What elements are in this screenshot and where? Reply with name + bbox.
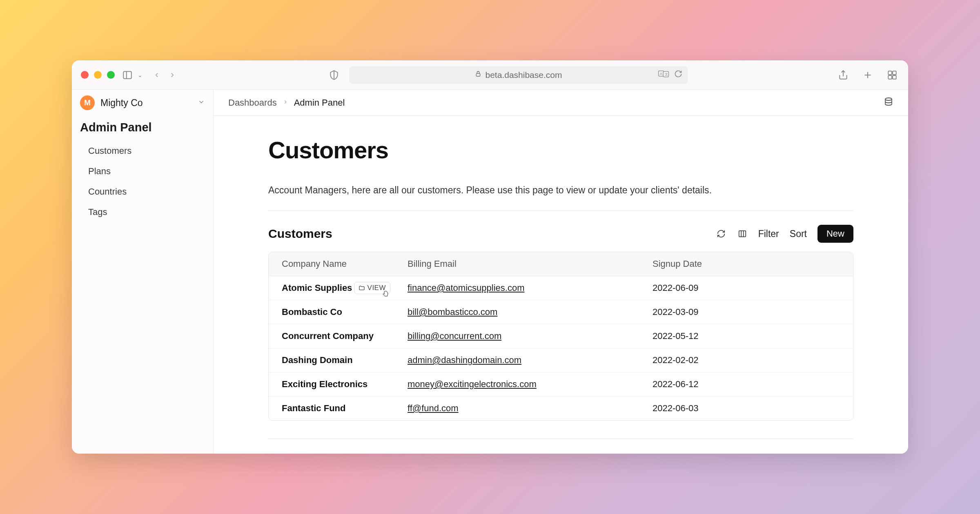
nav-list: Customers Plans Countries Tags — [72, 138, 213, 225]
cell-email: finance@atomicsupplies.com — [394, 276, 639, 300]
sidebar: M Mighty Co Admin Panel Customers Plans … — [72, 90, 214, 454]
topbar: Dashboards Admin Panel — [214, 90, 908, 116]
svg-rect-13 — [888, 75, 892, 79]
company-name: Bombastic Co — [282, 307, 342, 317]
page-note: Note: If you need their billing informat… — [268, 453, 853, 454]
table-row[interactable]: Exciting Electronicsmoney@excitingelectr… — [269, 372, 853, 397]
column-company[interactable]: Company Name — [269, 252, 394, 276]
divider — [268, 439, 853, 439]
column-signup[interactable]: Signup Date — [639, 252, 853, 276]
back-button[interactable] — [151, 69, 163, 81]
view-button[interactable]: VIEW — [354, 282, 390, 294]
svg-rect-12 — [893, 71, 896, 75]
svg-rect-14 — [893, 75, 896, 79]
translate-icon[interactable]: A文 — [658, 70, 669, 80]
lock-icon — [475, 71, 481, 79]
workspace-name: Mighty Co — [100, 97, 192, 109]
cell-signup: 2022-06-03 — [639, 397, 853, 420]
table-row[interactable]: Dashing Domainadmin@dashingdomain.com202… — [269, 348, 853, 372]
new-tab-icon[interactable] — [861, 68, 875, 82]
new-button[interactable]: New — [817, 225, 853, 243]
table-row[interactable]: Atomic SuppliesVIEWfinance@atomicsupplie… — [269, 276, 853, 300]
cell-company: Dashing Domain — [269, 348, 394, 372]
email-link[interactable]: admin@dashingdomain.com — [408, 355, 521, 365]
cell-signup: 2022-03-09 — [639, 300, 853, 324]
cell-email: admin@dashingdomain.com — [394, 348, 639, 372]
refresh-icon[interactable] — [716, 228, 726, 239]
svg-rect-16 — [739, 231, 746, 237]
table-head-row: Company Name Billing Email Signup Date — [269, 252, 853, 276]
cell-email: ff@fund.com — [394, 397, 639, 420]
browser-titlebar: ⌄ beta.dashibase.com A文 — [72, 60, 908, 90]
workspace-avatar: M — [80, 95, 95, 110]
cell-signup: 2022-02-02 — [639, 348, 853, 372]
shield-icon[interactable] — [327, 68, 341, 82]
cell-company: Fantastic Fund — [269, 397, 394, 420]
share-icon[interactable] — [836, 68, 850, 82]
cell-signup: 2022-05-12 — [639, 324, 853, 348]
column-email[interactable]: Billing Email — [394, 252, 639, 276]
page-title: Customers — [268, 136, 853, 164]
svg-text:A: A — [659, 72, 662, 76]
tabs-grid-icon[interactable] — [885, 68, 899, 82]
divider — [268, 210, 853, 211]
sidebar-item-tags[interactable]: Tags — [72, 202, 213, 222]
table-header: Customers Filter Sort New — [268, 225, 853, 243]
view-label: VIEW — [368, 284, 386, 292]
company-name: Exciting Electronics — [282, 379, 368, 390]
table-row[interactable]: Concurrent Companybilling@concurrent.com… — [269, 324, 853, 348]
browser-window: ⌄ beta.dashibase.com A文 — [72, 60, 908, 454]
table-row[interactable]: Fantastic Fundff@fund.com2022-06-03 — [269, 397, 853, 420]
chevron-down-icon — [198, 98, 205, 107]
minimize-window-button[interactable] — [94, 71, 102, 79]
sidebar-item-plans[interactable]: Plans — [72, 161, 213, 182]
email-link[interactable]: money@excitingelectronics.com — [408, 379, 537, 389]
cell-email: bill@bombasticco.com — [394, 300, 639, 324]
svg-text:文: 文 — [665, 72, 668, 76]
table-title: Customers — [268, 227, 332, 241]
cell-email: money@excitingelectronics.com — [394, 372, 639, 396]
filter-button[interactable]: Filter — [758, 228, 779, 239]
sidebar-toggle-icon[interactable] — [120, 68, 134, 82]
close-window-button[interactable] — [81, 71, 89, 79]
cell-email: billing@concurrent.com — [394, 324, 639, 348]
cell-signup: 2022-06-09 — [639, 276, 853, 300]
columns-icon[interactable] — [737, 228, 748, 239]
svg-rect-11 — [888, 71, 892, 75]
company-name: Concurrent Company — [282, 331, 374, 341]
company-name: Atomic Supplies — [282, 283, 352, 293]
sidebar-dropdown-icon[interactable]: ⌄ — [138, 72, 143, 78]
forward-button[interactable] — [166, 69, 178, 81]
main: Dashboards Admin Panel Customers Account… — [214, 90, 908, 454]
content: Customers Account Managers, here are all… — [214, 116, 908, 454]
sidebar-item-customers[interactable]: Customers — [72, 141, 213, 161]
table-row[interactable]: Bombastic Cobill@bombasticco.com2022-03-… — [269, 300, 853, 324]
url-text: beta.dashibase.com — [486, 70, 562, 80]
breadcrumb-root[interactable]: Dashboards — [228, 97, 277, 108]
cell-company: Atomic SuppliesVIEW — [269, 276, 394, 300]
svg-rect-3 — [476, 73, 480, 76]
workspace-switcher[interactable]: M Mighty Co — [72, 90, 213, 116]
cell-company: Concurrent Company — [269, 324, 394, 348]
breadcrumb-current[interactable]: Admin Panel — [294, 97, 345, 108]
company-name: Fantastic Fund — [282, 403, 345, 414]
database-icon[interactable] — [884, 97, 893, 109]
sort-button[interactable]: Sort — [790, 228, 807, 239]
url-bar[interactable]: beta.dashibase.com A文 — [349, 66, 688, 84]
cell-signup: 2022-06-12 — [639, 372, 853, 396]
chevron-right-icon — [283, 99, 288, 106]
maximize-window-button[interactable] — [107, 71, 115, 79]
email-link[interactable]: bill@bombasticco.com — [408, 307, 497, 317]
email-link[interactable]: billing@concurrent.com — [408, 331, 501, 341]
reload-icon[interactable] — [674, 70, 682, 80]
traffic-lights — [81, 71, 115, 79]
email-link[interactable]: finance@atomicsupplies.com — [408, 283, 524, 293]
customers-table: Company Name Billing Email Signup Date A… — [268, 252, 853, 421]
company-name: Dashing Domain — [282, 355, 353, 366]
panel-title: Admin Panel — [72, 116, 213, 138]
svg-rect-0 — [123, 71, 131, 78]
svg-point-15 — [885, 98, 892, 100]
email-link[interactable]: ff@fund.com — [408, 403, 459, 413]
cell-company: Bombastic Co — [269, 300, 394, 324]
sidebar-item-countries[interactable]: Countries — [72, 182, 213, 202]
